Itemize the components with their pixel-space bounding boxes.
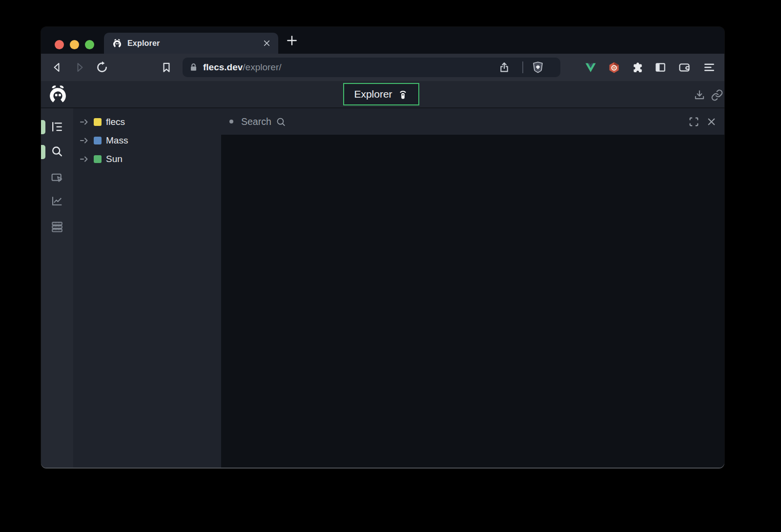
close-window-button[interactable]: [55, 40, 64, 49]
page-title: Explorer: [354, 88, 392, 100]
remote-connected-icon: [397, 89, 409, 100]
active-panel-indicator: [41, 120, 45, 134]
url-text: flecs.dev/explorer/: [203, 58, 282, 77]
sidebar-rail: [41, 108, 73, 468]
window-controls: [55, 40, 94, 49]
flecs-logo[interactable]: [47, 83, 69, 105]
link-icon[interactable]: [711, 89, 723, 102]
url-host: flecs.dev: [203, 62, 243, 72]
expand-arrow-icon[interactable]: [80, 118, 89, 126]
titlebar: Explorer: [41, 27, 724, 54]
entity-color-square: [94, 155, 102, 163]
tab-close-icon[interactable]: [262, 39, 271, 48]
browser-tab[interactable]: Explorer: [104, 33, 278, 54]
entity-color-square: [94, 118, 102, 126]
hexagon-extension-icon[interactable]: [608, 61, 620, 74]
tab-title: Explorer: [127, 39, 160, 48]
minimize-window-button[interactable]: [70, 40, 79, 49]
extensions-puzzle-icon[interactable]: [631, 61, 643, 74]
tables-icon[interactable]: [50, 220, 64, 234]
sidebar-toggle-icon[interactable]: [654, 61, 667, 74]
search-placeholder: Search: [241, 116, 271, 127]
reload-icon[interactable]: [96, 61, 108, 74]
bookmark-icon[interactable]: [160, 61, 173, 74]
inspect-icon[interactable]: [50, 171, 64, 184]
forward-icon[interactable]: [73, 61, 86, 74]
menu-icon[interactable]: [703, 61, 716, 74]
browser-window: Explorer: [41, 27, 724, 468]
close-icon[interactable]: [706, 117, 717, 127]
query-status-dot: [229, 120, 233, 123]
search-icon[interactable]: [50, 145, 64, 159]
tree-item-label: Sun: [106, 154, 123, 164]
share-icon[interactable]: [498, 61, 511, 74]
tree-item-label: flecs: [106, 117, 125, 127]
back-icon[interactable]: [51, 61, 63, 74]
navigation-bar: flecs.dev/explorer/: [41, 54, 724, 81]
zoom-window-button[interactable]: [85, 40, 94, 49]
divider: [522, 61, 523, 73]
entity-color-square: [94, 137, 102, 144]
new-tab-button[interactable]: [286, 34, 298, 47]
search-input[interactable]: Search: [221, 108, 724, 135]
entity-tree-panel: flecs Mass Sun: [73, 108, 221, 468]
tree-item-label: Mass: [106, 135, 128, 146]
tree-item-sun[interactable]: Sun: [73, 150, 221, 168]
flecs-favicon-icon: [112, 38, 123, 49]
fullscreen-icon[interactable]: [688, 116, 699, 127]
tree-view-icon[interactable]: [50, 120, 64, 134]
expand-arrow-icon[interactable]: [80, 155, 89, 163]
download-icon[interactable]: [693, 89, 706, 102]
search-results-canvas: [221, 135, 724, 468]
expand-arrow-icon[interactable]: [80, 137, 89, 144]
address-bar[interactable]: flecs.dev/explorer/: [183, 58, 560, 77]
main-content: flecs Mass Sun: [41, 108, 724, 468]
search-magnifier-icon: [276, 117, 287, 128]
brave-shield-icon[interactable]: [531, 61, 545, 74]
url-path: /explorer/: [243, 62, 281, 72]
wallet-icon[interactable]: [678, 61, 691, 74]
search-panel: Search: [221, 108, 724, 468]
tree-item-mass[interactable]: Mass: [73, 131, 221, 150]
chart-icon[interactable]: [50, 194, 64, 208]
tree-item-flecs[interactable]: flecs: [73, 113, 221, 131]
lock-icon: [189, 62, 198, 72]
app-title-connection[interactable]: Explorer: [343, 83, 419, 105]
vue-extension-icon[interactable]: [584, 61, 597, 74]
active-panel-indicator: [41, 145, 45, 159]
explorer-header: Explorer: [41, 81, 724, 108]
